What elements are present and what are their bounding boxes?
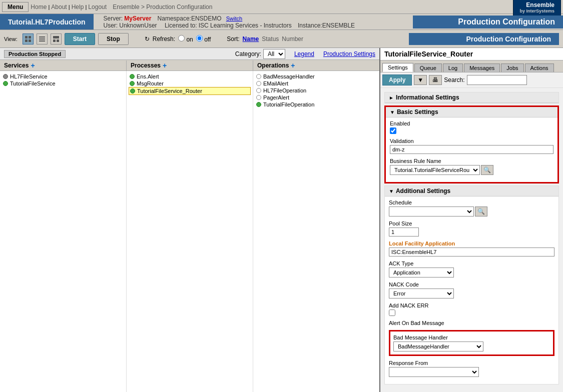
additional-header[interactable]: ▼ Additional Settings xyxy=(385,186,558,196)
schedule-select[interactable] xyxy=(389,206,474,216)
nav-logout[interactable]: Logout xyxy=(88,4,107,10)
list-item[interactable]: PagerAlert xyxy=(255,94,377,101)
enabled-checkbox-row xyxy=(390,128,553,134)
nav-help[interactable]: Help xyxy=(72,4,84,10)
svg-rect-2 xyxy=(25,40,28,42)
prod-items: HL7FileService TutorialFileService Ens.A… xyxy=(0,71,379,392)
list-item[interactable]: HL7FileOperation xyxy=(255,87,377,94)
status-dot-green xyxy=(130,81,135,86)
validation-input[interactable] xyxy=(390,145,553,154)
add-nack-err-row: Add NACK ERR xyxy=(389,302,554,316)
list-item[interactable]: BadMessageHandler xyxy=(255,73,377,80)
process-ens-alert: Ens.Alert xyxy=(137,74,159,80)
apply-dropdown[interactable]: ▼ xyxy=(414,75,427,85)
tabs: Settings Queue Log Messages Jobs Actions xyxy=(380,60,563,72)
nav-home[interactable]: Home xyxy=(31,4,47,10)
informational-label: Informational Settings xyxy=(396,94,459,101)
pool-size-input[interactable] xyxy=(389,228,419,236)
nav-about[interactable]: About xyxy=(51,4,67,10)
business-rule-select[interactable]: Tutorial.TutorialFileServiceRoutir xyxy=(390,165,480,175)
svg-rect-1 xyxy=(29,36,31,38)
refresh-off-label: off xyxy=(196,35,211,43)
view-split-button[interactable] xyxy=(51,34,62,44)
add-operation-icon[interactable]: + xyxy=(291,62,295,70)
top-nav: Home | About | Help | Logout Ensemble > … xyxy=(31,4,513,10)
tab-log[interactable]: Log xyxy=(443,64,463,72)
refresh-icon[interactable]: ↻ xyxy=(145,36,150,42)
local-facility-row: Local Facility Application xyxy=(389,240,554,256)
svg-rect-5 xyxy=(39,38,45,40)
tab-settings[interactable]: Settings xyxy=(382,63,413,72)
tab-actions[interactable]: Actions xyxy=(525,64,554,72)
op-hl7file: HL7FileOperation xyxy=(263,88,306,94)
sort-number[interactable]: Number xyxy=(282,36,303,42)
sort-name[interactable]: Name xyxy=(243,36,259,42)
print-button[interactable]: 🖶 xyxy=(429,75,442,85)
view-list-button[interactable] xyxy=(37,34,48,44)
response-from-select[interactable] xyxy=(389,367,479,377)
stop-button[interactable]: Stop xyxy=(98,33,129,45)
schedule-search-btn[interactable]: 🔍 xyxy=(475,206,487,216)
refresh-on-radio[interactable] xyxy=(178,35,185,42)
status-dot-white xyxy=(256,88,261,93)
informational-section: ► Informational Settings xyxy=(384,92,559,104)
search-label: Search: xyxy=(444,76,464,84)
add-service-icon[interactable]: + xyxy=(31,62,35,70)
process-tutorialrouter: TutorialFileService_Router xyxy=(137,88,202,94)
basic-header[interactable]: ▼ Basic Settings xyxy=(386,107,557,118)
refresh-label: Refresh: xyxy=(153,36,175,42)
prod-settings-link[interactable]: Production Settings xyxy=(323,50,375,58)
process-msgrouter: MsgRouter xyxy=(137,80,164,86)
list-item[interactable]: MsgRouter xyxy=(129,80,251,87)
enabled-label: Enabled xyxy=(390,120,553,126)
list-item[interactable]: HL7FileService xyxy=(2,73,124,80)
processes-col: Ens.Alert MsgRouter TutorialFileService_… xyxy=(127,71,253,392)
prod-stopped-bar: Production Stopped Category: All Legend … xyxy=(0,48,379,60)
start-button[interactable]: Start xyxy=(65,33,95,45)
search-input[interactable] xyxy=(467,75,527,85)
ack-type-select[interactable]: Application HL7 Never xyxy=(389,268,454,278)
list-item[interactable]: Ens.Alert xyxy=(129,73,251,80)
validation-row: Validation xyxy=(390,138,553,154)
list-item[interactable]: TutorialFileService xyxy=(2,80,124,87)
server-label: Server: xyxy=(104,15,123,22)
business-rule-search-btn[interactable]: 🔍 xyxy=(481,165,493,175)
col-header-operations: Operations + xyxy=(253,60,379,70)
right-panel-title: TutorialFileService_Router xyxy=(380,48,563,60)
nack-code-select[interactable]: Error AE AR xyxy=(389,288,454,298)
bad-msg-handler-label: Bad Message Handler xyxy=(393,334,550,340)
schedule-input-group: 🔍 xyxy=(389,206,554,216)
add-nack-err-checkbox[interactable] xyxy=(389,310,395,316)
tab-jobs[interactable]: Jobs xyxy=(501,64,523,72)
bad-msg-handler-select[interactable]: BadMessageHandler xyxy=(393,342,483,352)
view-grid-button[interactable] xyxy=(23,34,34,44)
licensed-label: Licensed to: xyxy=(165,22,197,29)
tab-queue[interactable]: Queue xyxy=(414,64,442,72)
list-item[interactable]: TutorialFileService_Router xyxy=(129,87,251,95)
add-process-icon[interactable]: + xyxy=(163,62,167,70)
services-col: HL7FileService TutorialFileService xyxy=(0,71,127,392)
tab-messages[interactable]: Messages xyxy=(464,64,500,72)
local-facility-input[interactable] xyxy=(389,248,554,256)
business-rule-label: Business Rule Name xyxy=(390,158,553,164)
settings-toolbar: Apply ▼ 🖶 Search: xyxy=(380,72,563,88)
category-select[interactable]: All xyxy=(263,49,285,59)
schedule-row: Schedule 🔍 xyxy=(389,200,554,216)
licensed-to: ISC Learning Services - Instructors xyxy=(199,22,292,29)
refresh-off-radio[interactable] xyxy=(196,35,203,42)
menu-button[interactable]: Menu xyxy=(2,2,29,12)
enabled-checkbox[interactable] xyxy=(390,128,396,134)
sort-label: Sort: xyxy=(227,36,239,42)
list-item[interactable]: EMailAlert xyxy=(255,80,377,87)
apply-button[interactable]: Apply xyxy=(382,74,412,86)
col-headers: Services + Processes + Operations + xyxy=(0,60,379,71)
list-item[interactable]: TutorialFileOperation xyxy=(255,101,377,108)
namespace-value: ENSDEMO xyxy=(191,15,222,22)
sort-status[interactable]: Status xyxy=(262,36,279,42)
legend-link[interactable]: Legend xyxy=(294,50,314,58)
informational-header[interactable]: ► Informational Settings xyxy=(385,92,558,103)
switch-link[interactable]: Switch xyxy=(226,16,242,22)
title-bar: Tutorial.HL7Production Server: MyServer … xyxy=(0,14,563,30)
enabled-row: Enabled xyxy=(390,120,553,134)
right-panel: TutorialFileService_Router Settings Queu… xyxy=(380,48,563,392)
